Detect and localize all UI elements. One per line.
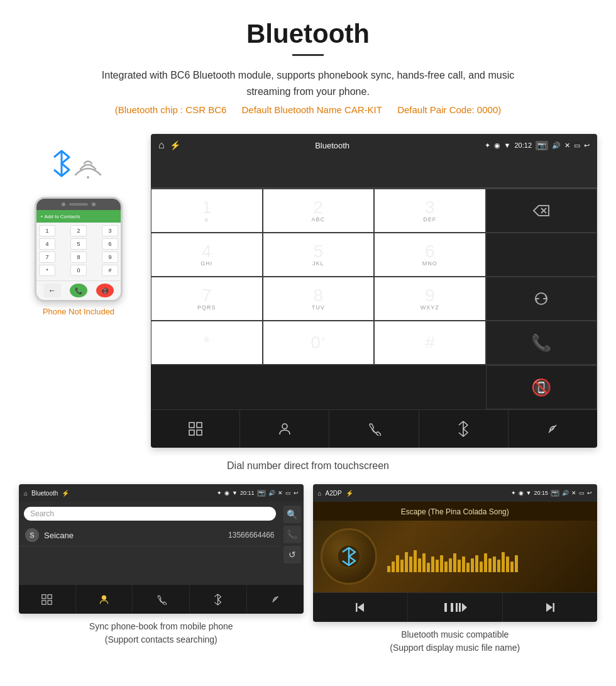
dial-key-6[interactable]: 6 MNO: [374, 233, 486, 277]
music-play-btn[interactable]: [408, 593, 503, 622]
phone-speaker: [69, 203, 88, 206]
dialpad-display: [151, 157, 597, 188]
bottom-btn-link[interactable]: [509, 410, 597, 448]
car-dialpad-screen: ⌂ ⚡ Bluetooth ✦ ◉ ▼ 20:12 📷 🔊 ✕ ▭ ↩ 1: [151, 134, 597, 448]
dialpad-grid[interactable]: 1 ⌂ 2 ABC 3 DEF 4 GHI: [151, 188, 597, 365]
dial-key-star[interactable]: *: [151, 321, 263, 365]
eq-bar: [427, 563, 430, 572]
side-refresh-icon[interactable]: ↺: [283, 546, 301, 563]
svg-line-13: [459, 433, 463, 436]
contacts-statusbar-left: ⌂ Bluetooth ⚡: [24, 490, 69, 497]
music-statusbar-left: ⌂ A2DP ⚡: [318, 490, 353, 497]
side-call-icon[interactable]: 📞: [283, 526, 301, 543]
phone-keypad-row-4: * 0 #: [39, 265, 118, 276]
playpause-icon: [455, 601, 468, 614]
dial-key-2[interactable]: 2 ABC: [263, 189, 375, 233]
svg-rect-33: [459, 603, 461, 612]
dial-key-5[interactable]: 5 JKL: [263, 233, 375, 277]
phone-illustration: + Add to Contacts 1 2 3 4 5 6 7 8 9: [19, 134, 138, 316]
contact-number: 13566664466: [228, 531, 274, 539]
eq-bar: [471, 558, 474, 573]
music-next-btn[interactable]: [503, 593, 597, 622]
side-search-icon[interactable]: 🔍: [283, 506, 301, 523]
phone-not-included-label: Phone Not Included: [43, 307, 114, 316]
back-icon: ↩: [584, 141, 590, 150]
contacts-list-area: Search S Seicane 13566664466: [19, 502, 281, 584]
phone-key-5: 5: [70, 238, 87, 250]
album-art: [321, 528, 377, 585]
time-display: 20:12: [514, 141, 532, 149]
contacts-btn-call[interactable]: [133, 585, 190, 614]
svg-line-4: [54, 170, 62, 176]
dial-key-hash[interactable]: #: [374, 321, 486, 365]
contact-letter: S: [25, 528, 39, 542]
phone-keypad-row-2: 4 5 6: [39, 238, 118, 250]
link-nav-icon: [270, 594, 281, 605]
phone-key-3: 3: [102, 225, 118, 236]
dial-key-backspace[interactable]: [486, 189, 598, 233]
pair-code-spec: Default Pair Code: 0000): [397, 104, 501, 115]
dial-key-call-red[interactable]: 📵: [486, 365, 598, 409]
phone-keypad-row-3: 7 8 9: [39, 252, 118, 263]
music-vol-icon: 🔊: [562, 490, 569, 496]
contacts-app-name: Bluetooth: [31, 490, 58, 497]
music-win-icon: ▭: [579, 490, 585, 496]
phone-add-contacts-text: + Add to Contacts: [40, 214, 80, 219]
wifi-icon: [69, 147, 107, 181]
svg-rect-28: [444, 603, 447, 612]
dial-key-refresh[interactable]: [486, 277, 598, 321]
svg-rect-32: [456, 603, 458, 612]
contact-name: Seicane: [44, 531, 228, 540]
contact-row[interactable]: S Seicane 13566664466: [19, 524, 281, 546]
contacts-btn-person[interactable]: [76, 585, 133, 614]
name-spec: Default Bluetooth Name CAR-KIT: [242, 104, 382, 115]
eq-bar: [449, 558, 452, 573]
phone-btn-call: 📞: [70, 284, 87, 297]
bottom-btn-contacts[interactable]: [240, 410, 329, 448]
contacts-btn-grid[interactable]: [19, 585, 76, 614]
svg-rect-10: [197, 430, 202, 435]
dial-key-4[interactable]: 4 GHI: [151, 233, 263, 277]
eq-bar: [506, 556, 509, 572]
eq-bar: [405, 552, 408, 573]
svg-line-3: [54, 151, 62, 157]
contacts-btn-link[interactable]: [247, 585, 304, 614]
contacts-back-icon: ↩: [294, 490, 299, 496]
music-statusbar-right: ✦ ◉ ▼ 20:15 📷 🔊 ✕ ▭ ↩: [511, 490, 592, 497]
phone-keypad: 1 2 3 4 5 6 7 8 9 * 0 #: [36, 223, 121, 280]
eq-bar: [444, 562, 448, 573]
phone-key-hash: #: [102, 265, 118, 276]
bottom-btn-bluetooth[interactable]: [419, 410, 509, 448]
search-bar[interactable]: Search: [24, 507, 276, 521]
bottom-btn-call[interactable]: [329, 410, 419, 448]
contacts-btn-bt[interactable]: [190, 585, 247, 614]
music-eq-area: [387, 534, 590, 578]
phone-key-6: 6: [102, 238, 118, 250]
contacts-time: 20:11: [240, 490, 255, 496]
eq-bar: [475, 555, 478, 573]
title-section: Bluetooth Integrated with BC6 Bluetooth …: [0, 0, 616, 134]
dial-key-8[interactable]: 8 TUV: [263, 277, 375, 321]
eq-bar: [458, 560, 461, 572]
eq-bar: [396, 555, 399, 573]
contacts-main: Search S Seicane 13566664466 🔍 📞 ↺: [19, 502, 304, 584]
dial-key-3[interactable]: 3 DEF: [374, 189, 486, 233]
contacts-home-icon: ⌂: [24, 490, 28, 497]
contacts-side-icons: 🔍 📞 ↺: [281, 502, 304, 584]
eq-bar: [480, 562, 483, 573]
dial-key-9[interactable]: 9 WXYZ: [374, 277, 486, 321]
bluetooth-nav-icon: [458, 421, 469, 437]
dial-key-7[interactable]: 7 PQRS: [151, 277, 263, 321]
next-icon: [544, 601, 556, 614]
bottom-btn-grid[interactable]: [151, 410, 240, 448]
bluetooth-icon: [50, 150, 73, 181]
dial-key-1[interactable]: 1 ⌂: [151, 189, 263, 233]
music-prev-btn[interactable]: [313, 593, 408, 622]
contacts-bt-icon: ✦: [217, 490, 222, 496]
phone-nav-icon: [156, 594, 167, 605]
dial-key-0[interactable]: 0+: [263, 321, 375, 365]
statusbar-app-name: Bluetooth: [315, 141, 349, 150]
svg-marker-2: [62, 163, 69, 176]
eq-bar: [414, 550, 417, 572]
dial-key-call-green[interactable]: 📞: [486, 321, 598, 365]
